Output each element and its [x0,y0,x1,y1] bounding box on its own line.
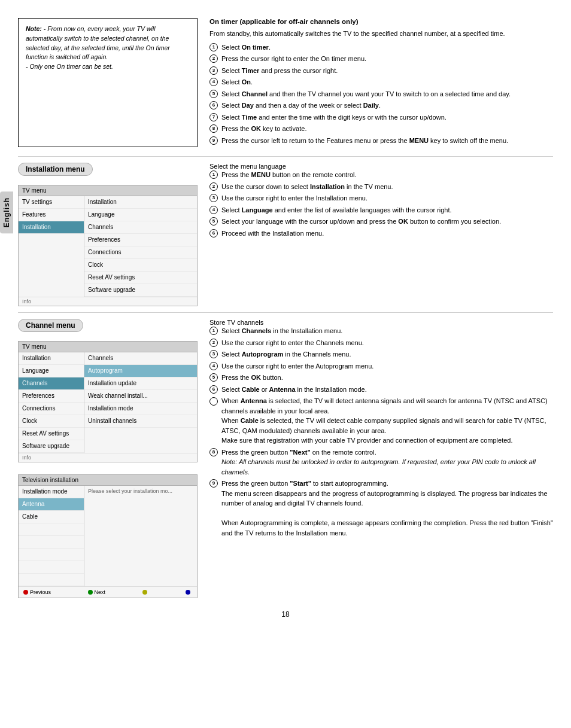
right-language: Language [84,209,197,221]
sc-step-2: 2Use the cursor right to enter the Chann… [209,338,553,348]
ch-software-upgrade: Software upgrade [19,440,84,453]
left-menus: Installation menu TV menu TV settings Fe… [18,163,198,306]
tv-install-right: Please select your installation mo... [84,486,197,586]
lang-text-4: Select Language and enter the list of av… [221,205,452,215]
sc-num-1: 1 [209,327,218,335]
menu-tv-settings: TV settings [19,196,84,209]
lang-text-1: Press the MENU button on the remote cont… [221,170,357,180]
select-language-title: Select the menu language [209,163,553,170]
step-text-6: Select Day and then a day of the week or… [221,100,381,111]
channel-menu-footer: Info [19,453,197,462]
store-channels-title: Store TV channels [209,319,553,326]
install-menu-body: TV settings Features Installation Instal… [19,196,197,297]
dot-red [23,590,28,595]
step-num-5: 5 [209,90,218,98]
lang-text-6: Proceed with the Installation menu. [221,229,324,239]
sc-num-6: 6 [209,385,218,394]
tv-right-note: Please select your installation mo... [84,486,197,496]
step-8: 8Press the OK key to activate. [209,124,553,134]
step-text-7: Select Time and enter the time with the … [221,112,447,123]
tv-cable: Cable [19,511,84,523]
channel-left-menus: Channel menu TV menu Installation Langua… [18,319,198,598]
sc-num-3: 3 [209,350,218,358]
sc-step-1: 1Select Channels in the Installation men… [209,326,553,336]
lang-step-5: 5Select your language with the cursor up… [209,217,553,227]
dot-blue [186,590,190,595]
step-text-1: Select On timer. [221,42,271,53]
installation-heading-wrap: Installation menu [18,163,198,179]
sc-num-9: 9 [209,479,218,488]
top-section: Note: - From now on, every week, your TV… [18,12,553,157]
sc-text-8: Press the green button "Next" on the rem… [221,447,553,477]
english-tab: English [0,191,13,233]
channel-heading-wrap: Channel menu [18,319,198,335]
tv-empty-4 [19,561,84,574]
sc-num-4: 4 [209,362,218,370]
installation-menu-heading: Installation menu [18,163,93,176]
ch-right-channels: Channels [84,352,197,365]
btn-next-label: Next [95,589,106,595]
ch-right-weak-channel: Weak channel install... [84,390,197,403]
btn-previous-label: Previous [30,589,51,595]
menu-installation-selected: Installation [19,221,84,234]
btn-blue [186,590,192,595]
select-language-section: Select the menu language 1Press the MENU… [209,163,553,306]
step-text-4: Select On. [221,77,253,87]
sc-num-8: 8 [209,448,218,456]
lang-text-5: Select your language with the cursor up/… [221,217,501,227]
sc-step-9: 9Press the green button "Start" to start… [209,479,553,538]
lang-step-3: 3Use the cursor right to enter the Insta… [209,193,553,203]
tv-empty-2 [19,536,84,549]
tv-empty-5 [19,574,84,586]
menu-features: Features [19,209,84,221]
step-num-7: 7 [209,113,218,121]
install-menu-right: Installation Language Channels Preferenc… [84,196,197,297]
step-text-9: Press the cursor left to return to the F… [221,136,508,146]
tv-install-header: Television installation [19,475,197,486]
step-6: 6Select Day and then a day of the week o… [209,100,553,111]
step-num-4: 4 [209,78,218,86]
step-2: 2Press the cursor right to enter the On … [209,54,553,64]
btn-previous: Previous [23,589,51,595]
ch-preferences: Preferences [19,390,84,403]
right-clock: Clock [84,259,197,272]
tv-install-body: Installation mode Antenna Cable Please s… [19,486,197,586]
step-num-2: 2 [209,54,218,63]
channel-menu-header: TV menu [19,342,197,352]
right-reset-av: Reset AV settings [84,272,197,284]
ch-channels-selected: Channels [19,377,84,390]
right-channels: Channels [84,221,197,234]
sc-text-9: Press the green button "Start" to start … [221,479,553,538]
install-menu-footer: Info [19,297,197,306]
lang-num-2: 2 [209,182,218,191]
store-channels-section: Store TV channels 1Select Channels in th… [209,319,553,598]
channel-menu-left: Installation Language Channels Preferenc… [19,352,84,453]
step-num-6: 6 [209,101,218,109]
sc-text-5: Press the OK button. [221,373,283,383]
ch-language: Language [19,365,84,377]
store-channels-steps: 1Select Channels in the Installation men… [209,326,553,538]
dot-yellow [142,590,147,595]
sc-text-6: Select Cable or Antenna in the Installat… [221,385,367,395]
ch-right-install-mode: Installation mode [84,403,197,415]
btn-next: Next [88,589,106,595]
step-7: 7Select Time and enter the time with the… [209,112,553,123]
ch-clock: Clock [19,415,84,428]
sc-step-3: 3Select Autoprogram in the Channels menu… [209,349,553,360]
sc-text-1: Select Channels in the Installation menu… [221,326,342,336]
lang-num-5: 5 [209,217,218,226]
sc-text-2: Use the cursor right to enter the Channe… [221,338,364,348]
tv-install-mode: Installation mode [19,486,84,498]
lang-num-3: 3 [209,194,218,202]
installation-section: Installation menu TV menu TV settings Fe… [18,157,553,313]
sc-text-7: When Antenna is selected, the TV will de… [221,396,553,446]
lang-step-2: 2Use the cursor down to select Installat… [209,182,553,192]
lang-num-6: 6 [209,229,218,237]
channel-section: Channel menu TV menu Installation Langua… [18,313,553,604]
install-menu-left: TV settings Features Installation [19,196,84,297]
lang-num-4: 4 [209,206,218,214]
step-9: 9Press the cursor left to return to the … [209,136,553,146]
install-menu-header: TV menu [19,185,197,196]
step-text-2: Press the cursor right to enter the On t… [221,54,366,64]
page-number: 18 [18,610,553,619]
